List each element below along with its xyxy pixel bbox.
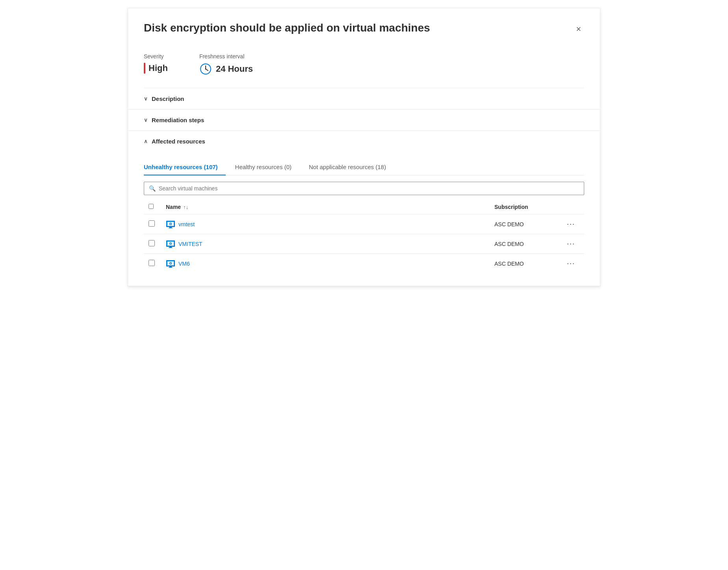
svg-point-3 (205, 69, 206, 70)
search-icon: 🔍 (149, 185, 156, 192)
description-chevron: ∨ (144, 96, 148, 102)
severity-label: Severity (144, 53, 168, 60)
remediation-accordion[interactable]: ∨ Remediation steps (128, 110, 600, 130)
svg-rect-24 (169, 267, 173, 268)
svg-rect-9 (169, 227, 172, 228)
affected-label: Affected resources (152, 138, 205, 145)
vm-icon (166, 220, 175, 229)
search-input[interactable] (159, 185, 579, 192)
panel-header: Disk encryption should be applied on vir… (128, 8, 600, 45)
panel-title: Disk encryption should be applied on vir… (144, 21, 573, 35)
row-subscription-1: ASC DEMO (490, 234, 561, 254)
main-panel: Disk encryption should be applied on vir… (128, 8, 600, 287)
row-actions-2: ··· (561, 254, 584, 274)
row-subscription-2: ASC DEMO (490, 254, 561, 274)
remediation-section: ∨ Remediation steps (128, 110, 600, 131)
row-more-button-1[interactable]: ··· (565, 239, 577, 249)
row-name-cell: VMITEST (161, 234, 490, 254)
freshness-text: 24 Hours (216, 64, 253, 74)
row-more-button-0[interactable]: ··· (565, 219, 577, 229)
row-checkbox-cell (144, 254, 161, 274)
freshness-section: Freshness interval 24 Hours (199, 53, 253, 75)
severity-text: High (149, 63, 168, 73)
affected-resources-section: ∧ Affected resources Unhealthy resources… (128, 131, 600, 286)
description-section: ∨ Description (128, 88, 600, 110)
resources-table: Name ↑↓ Subscription (144, 200, 584, 273)
table-row: VMITEST ASC DEMO ··· (144, 234, 584, 254)
svg-point-15 (170, 243, 171, 244)
vm-icon (166, 239, 175, 249)
table-row: VM6 ASC DEMO ··· (144, 254, 584, 274)
clock-icon (199, 63, 212, 75)
svg-rect-23 (169, 266, 172, 267)
severity-section: Severity High (144, 53, 168, 74)
row-checkbox-cell (144, 214, 161, 234)
meta-section: Severity High Freshness interval 24 Hour… (128, 45, 600, 88)
row-actions-1: ··· (561, 234, 584, 254)
description-label: Description (152, 95, 184, 102)
table-row: vmtest ASC DEMO ··· (144, 214, 584, 234)
row-checkbox-2[interactable] (149, 260, 155, 266)
th-name: Name ↑↓ (161, 200, 490, 214)
svg-rect-10 (169, 228, 173, 228)
search-box: 🔍 (144, 182, 584, 195)
row-checkbox-cell (144, 234, 161, 254)
row-actions-0: ··· (561, 214, 584, 234)
row-more-button-2[interactable]: ··· (565, 259, 577, 268)
table-body: vmtest ASC DEMO ··· (144, 214, 584, 274)
remediation-chevron: ∨ (144, 117, 148, 123)
th-subscription: Subscription (490, 200, 561, 214)
svg-rect-17 (169, 248, 173, 248)
affected-resources-accordion[interactable]: ∧ Affected resources (128, 131, 600, 152)
row-checkbox-1[interactable] (149, 240, 155, 246)
svg-point-8 (170, 223, 171, 224)
remediation-label: Remediation steps (152, 117, 204, 123)
svg-point-22 (170, 263, 171, 264)
freshness-label: Freshness interval (199, 53, 253, 60)
tab-unhealthy[interactable]: Unhealthy resources (107) (144, 160, 226, 175)
severity-value: High (144, 63, 168, 74)
vm-link-0[interactable]: vmtest (166, 220, 485, 229)
tab-not-applicable[interactable]: Not applicable resources (18) (309, 160, 394, 175)
col-name-label: Name (166, 204, 181, 210)
th-actions (561, 200, 584, 214)
vm-icon (166, 259, 175, 268)
vm-link-1[interactable]: VMITEST (166, 239, 485, 249)
severity-bar (144, 63, 145, 74)
close-button[interactable]: × (573, 22, 584, 36)
select-all-checkbox[interactable] (149, 204, 154, 209)
resource-tabs: Unhealthy resources (107) Healthy resour… (144, 160, 584, 175)
table-header-row: Name ↑↓ Subscription (144, 200, 584, 214)
row-name-cell: vmtest (161, 214, 490, 234)
description-accordion[interactable]: ∨ Description (128, 88, 600, 109)
sort-icon[interactable]: ↑↓ (183, 204, 188, 210)
svg-rect-16 (169, 247, 172, 248)
vm-link-2[interactable]: VM6 (166, 259, 485, 268)
row-subscription-0: ASC DEMO (490, 214, 561, 234)
row-checkbox-0[interactable] (149, 220, 155, 227)
affected-chevron: ∧ (144, 138, 148, 144)
affected-resources-content: Unhealthy resources (107) Healthy resour… (128, 152, 600, 286)
tab-healthy[interactable]: Healthy resources (0) (235, 160, 299, 175)
freshness-value: 24 Hours (199, 63, 253, 75)
row-name-cell: VM6 (161, 254, 490, 274)
th-checkbox (144, 200, 161, 214)
